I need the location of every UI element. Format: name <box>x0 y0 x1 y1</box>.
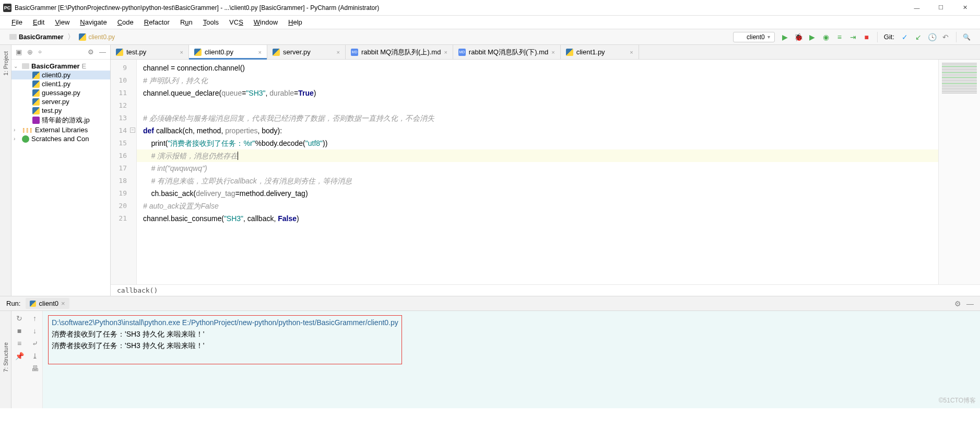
folder-icon <box>22 63 29 69</box>
close-icon[interactable]: × <box>444 49 447 55</box>
project-panel-toolbar: ▣ ⊕ ÷ ⚙ — <box>11 45 110 60</box>
hide-panel-button[interactable]: — <box>99 48 106 56</box>
navigation-bar: BasicGrammer 〉 client0.py client0 ▾ ▶ 🐞 … <box>0 29 980 45</box>
project-view-icon[interactable]: ▣ <box>16 48 22 56</box>
vcs-commit-button[interactable]: ↙ <box>914 33 923 41</box>
concurrency-button[interactable]: ≡ <box>835 33 844 41</box>
tree-root[interactable]: ⌄ BasicGrammer E <box>11 62 110 71</box>
console-line: 消费者接收到了任务：'SH3 持久化 来啦来啦！' <box>52 340 398 351</box>
tree-file[interactable]: guessage.py <box>11 88 110 97</box>
stop-button[interactable]: ■ <box>863 33 871 41</box>
tree-file[interactable]: test.py <box>11 106 110 115</box>
minimap[interactable] <box>938 60 980 284</box>
run-configuration-selector[interactable]: client0 ▾ <box>733 32 775 42</box>
python-file-icon <box>566 49 573 56</box>
vcs-update-button[interactable]: ✓ <box>901 33 909 41</box>
menubar: File Edit View Navigate Code Refactor Ru… <box>0 16 980 29</box>
maximize-button[interactable]: ☐ <box>929 0 953 16</box>
close-icon[interactable]: × <box>61 300 65 307</box>
menu-file[interactable]: File <box>6 17 28 28</box>
watermark: ©51CTO博客 <box>939 395 976 406</box>
tree-file[interactable]: server.py <box>11 97 110 106</box>
project-panel: ▣ ⊕ ÷ ⚙ — ⌄ BasicGrammer E client0.py cl… <box>11 45 111 296</box>
locate-icon[interactable]: ⊕ <box>27 48 33 56</box>
stop-button[interactable]: ■ <box>17 327 21 335</box>
close-button[interactable]: ✕ <box>953 0 977 16</box>
close-icon[interactable]: × <box>180 49 183 55</box>
menu-code[interactable]: Code <box>112 17 139 28</box>
tree-file[interactable]: 猜年龄的游戏.jp <box>11 115 110 125</box>
menu-vcs[interactable]: VCS <box>224 17 249 28</box>
vcs-history-button[interactable]: 🕓 <box>928 33 936 41</box>
gear-icon[interactable]: ⚙ <box>88 48 94 56</box>
debug-button[interactable]: 🐞 <box>795 33 803 41</box>
tree-external-libraries[interactable]: ›⫿⫿⫿External Libraries <box>11 125 110 134</box>
editor-tab[interactable]: server.py× <box>267 45 346 59</box>
console-output[interactable]: D:\software2\Python3\install\python.exe … <box>43 311 980 408</box>
run-button[interactable]: ▶ <box>781 33 789 41</box>
close-icon[interactable]: × <box>630 49 633 55</box>
tool-tab-project[interactable]: 1: Project <box>3 49 9 77</box>
editor-tab[interactable]: MDrabbit MQ消息队列(上).md× <box>346 45 453 59</box>
attach-button[interactable]: ⇥ <box>849 33 857 41</box>
run-tab[interactable]: client0 × <box>26 298 69 309</box>
titlebar: PC BasicGrammer [E:\PythonProject\new-py… <box>0 0 980 16</box>
chevron-right-icon[interactable]: › <box>14 127 20 133</box>
menu-help[interactable]: Help <box>283 17 308 28</box>
editor-tab[interactable]: client0.py× <box>189 45 267 59</box>
window-title: BasicGrammer [E:\PythonProject\new-pytho… <box>15 4 905 11</box>
code-area[interactable]: channel = connection.channel()# 声明队列，持久化… <box>137 60 938 284</box>
profile-button[interactable]: ◉ <box>822 33 830 41</box>
down-button[interactable]: ↓ <box>33 327 37 335</box>
breadcrumb-root: BasicGrammer <box>19 33 63 41</box>
scroll-to-end-button[interactable]: ⤓ <box>32 352 38 360</box>
pycharm-logo-icon: PC <box>3 4 11 12</box>
left-tool-strip-bottom: 7: Structure <box>0 311 11 408</box>
up-button[interactable]: ↑ <box>33 314 37 323</box>
print-button[interactable]: 🖶 <box>31 364 39 373</box>
editor-body[interactable]: 91011121314−15161718192021 channel = con… <box>111 60 980 284</box>
minimize-button[interactable]: — <box>905 0 929 16</box>
menu-view[interactable]: View <box>50 17 75 28</box>
layout-button[interactable]: ≡ <box>17 339 21 348</box>
line-gutter[interactable]: 91011121314−15161718192021 <box>111 60 137 284</box>
code-breadcrumb[interactable]: callback() <box>111 284 980 296</box>
hide-panel-button[interactable]: — <box>966 300 974 308</box>
collapse-icon[interactable]: ÷ <box>38 48 42 56</box>
python-file-icon <box>273 49 280 56</box>
menu-edit[interactable]: Edit <box>28 17 50 28</box>
library-icon: ⫿⫿⫿ <box>22 126 33 134</box>
menu-tools[interactable]: Tools <box>198 17 224 28</box>
menu-window[interactable]: Window <box>249 17 283 28</box>
soft-wrap-button[interactable]: ⤶ <box>32 339 38 348</box>
vcs-revert-button[interactable]: ↶ <box>941 33 950 41</box>
coverage-button[interactable]: ▶ <box>808 33 817 41</box>
editor-tab[interactable]: client1.py× <box>561 45 639 59</box>
close-icon[interactable]: × <box>258 49 262 55</box>
tree-file[interactable]: client0.py <box>11 71 110 79</box>
close-icon[interactable]: × <box>551 49 554 55</box>
pin-button[interactable]: 📌 <box>15 352 24 360</box>
menu-refactor[interactable]: Refactor <box>139 17 175 28</box>
editor-tab[interactable]: MDrabbit MQ消息队列(下).md× <box>453 45 561 59</box>
project-tree[interactable]: ⌄ BasicGrammer E client0.py client1.py g… <box>11 60 110 296</box>
breadcrumb[interactable]: BasicGrammer 〉 client0.py <box>9 32 115 42</box>
menu-run[interactable]: Run <box>175 17 198 28</box>
chevron-down-icon[interactable]: ⌄ <box>14 63 20 69</box>
editor-area: test.py× client0.py× server.py× MDrabbit… <box>111 45 980 296</box>
tree-file[interactable]: client1.py <box>11 79 110 88</box>
editor-tab[interactable]: test.py× <box>111 45 189 59</box>
tree-scratches[interactable]: ›Scratches and Con <box>11 134 110 143</box>
chevron-right-icon[interactable]: › <box>14 136 20 142</box>
git-label: Git: <box>884 33 894 41</box>
close-icon[interactable]: × <box>337 49 340 55</box>
python-file-icon <box>32 80 40 88</box>
menu-navigate[interactable]: Navigate <box>75 17 112 28</box>
tool-tab-structure[interactable]: 7: Structure <box>3 342 9 372</box>
rerun-button[interactable]: ↻ <box>16 314 22 323</box>
python-file-icon <box>194 49 202 56</box>
search-button[interactable]: 🔍 <box>963 33 971 41</box>
gear-icon[interactable]: ⚙ <box>954 300 961 308</box>
run-toolbar-primary: ↻ ■ ≡ 📌 <box>11 311 27 408</box>
python-file-icon <box>116 49 123 56</box>
